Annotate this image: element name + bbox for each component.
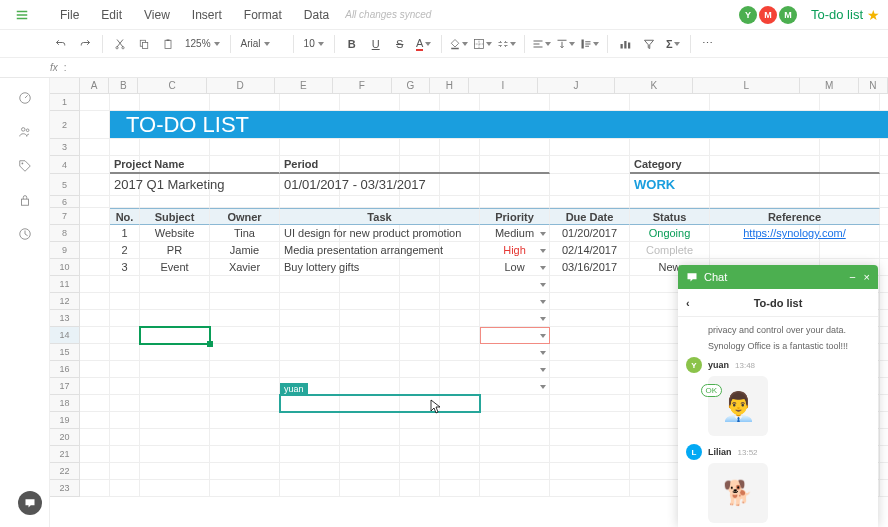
cell[interactable] xyxy=(480,139,550,156)
cell[interactable] xyxy=(80,344,110,361)
cell[interactable] xyxy=(210,293,280,310)
cell[interactable] xyxy=(110,344,140,361)
cell[interactable] xyxy=(550,429,630,446)
row-header[interactable]: 8 xyxy=(50,225,80,242)
cell[interactable] xyxy=(400,446,440,463)
cell[interactable] xyxy=(210,463,280,480)
cell[interactable] xyxy=(820,196,880,208)
cell[interactable] xyxy=(550,446,630,463)
cell[interactable] xyxy=(630,139,710,156)
cell-due[interactable]: 02/14/2017 xyxy=(550,242,630,259)
cell[interactable] xyxy=(400,139,440,156)
cell-task[interactable]: UI design for new product promotion xyxy=(280,225,480,242)
cell[interactable] xyxy=(80,225,110,242)
cell[interactable] xyxy=(140,276,210,293)
cell[interactable] xyxy=(550,94,630,111)
cell[interactable] xyxy=(440,139,480,156)
cell[interactable] xyxy=(400,463,440,480)
copy-button[interactable] xyxy=(133,33,155,55)
cell[interactable] xyxy=(400,429,440,446)
cell[interactable] xyxy=(110,395,140,412)
cell[interactable] xyxy=(440,361,480,378)
cell[interactable] xyxy=(400,276,440,293)
lock-icon[interactable] xyxy=(15,190,35,210)
cell[interactable] xyxy=(550,310,630,327)
cell-status[interactable]: Ongoing xyxy=(630,225,710,242)
cell[interactable] xyxy=(280,344,340,361)
font-size-select[interactable]: 10 xyxy=(300,34,328,54)
cell[interactable] xyxy=(550,378,630,395)
more-button[interactable]: ⋯ xyxy=(697,33,719,55)
chevron-down-icon[interactable] xyxy=(540,249,546,253)
cell[interactable] xyxy=(80,327,110,344)
cell[interactable] xyxy=(80,378,110,395)
cell[interactable] xyxy=(140,293,210,310)
table-header[interactable]: Due Date xyxy=(550,208,630,225)
cell[interactable] xyxy=(550,293,630,310)
cell[interactable] xyxy=(340,480,400,497)
row-header[interactable]: 21 xyxy=(50,446,80,463)
cell[interactable] xyxy=(280,196,340,208)
cell[interactable] xyxy=(440,412,480,429)
cell[interactable] xyxy=(80,196,110,208)
cell[interactable] xyxy=(480,196,550,208)
banner-title[interactable]: TO-DO LIST xyxy=(110,111,888,139)
chevron-down-icon[interactable] xyxy=(540,368,546,372)
row-header[interactable]: 6 xyxy=(50,196,80,208)
undo-button[interactable] xyxy=(50,33,72,55)
zoom-select[interactable]: 125% xyxy=(181,34,224,54)
cell[interactable] xyxy=(140,480,210,497)
cell[interactable] xyxy=(710,242,820,259)
col-header[interactable]: I xyxy=(469,78,537,94)
cell[interactable] xyxy=(110,139,140,156)
bold-button[interactable]: B xyxy=(341,33,363,55)
col-header[interactable]: D xyxy=(207,78,275,94)
cell[interactable] xyxy=(480,395,550,412)
cell[interactable] xyxy=(880,225,888,242)
cell[interactable] xyxy=(280,139,340,156)
cell[interactable] xyxy=(400,310,440,327)
table-header[interactable]: Reference xyxy=(710,208,880,225)
cell[interactable] xyxy=(110,327,140,344)
cell[interactable] xyxy=(110,310,140,327)
cell-owner[interactable]: Jamie xyxy=(210,242,280,259)
row-header[interactable]: 23 xyxy=(50,480,80,497)
cell[interactable] xyxy=(480,94,550,111)
chevron-down-icon[interactable] xyxy=(540,266,546,270)
menu-data[interactable]: Data xyxy=(294,4,339,26)
col-header[interactable]: F xyxy=(333,78,391,94)
row-header[interactable]: 20 xyxy=(50,429,80,446)
cell[interactable] xyxy=(440,344,480,361)
cell[interactable] xyxy=(440,196,480,208)
cell[interactable] xyxy=(550,395,630,412)
hamburger-menu[interactable] xyxy=(8,1,36,29)
cell-subject[interactable]: PR xyxy=(140,242,210,259)
cell[interactable] xyxy=(280,412,340,429)
cell-reference[interactable]: https://synology.com/ xyxy=(710,225,880,242)
chevron-down-icon[interactable] xyxy=(540,351,546,355)
cell[interactable] xyxy=(110,446,140,463)
cell[interactable] xyxy=(440,94,480,111)
cell[interactable] xyxy=(210,344,280,361)
speedometer-icon[interactable] xyxy=(15,88,35,108)
col-header[interactable]: L xyxy=(693,78,800,94)
cell[interactable] xyxy=(140,196,210,208)
cell[interactable] xyxy=(140,429,210,446)
cell[interactable] xyxy=(480,429,550,446)
chat-header[interactable]: Chat − × xyxy=(678,265,878,289)
cell[interactable] xyxy=(820,242,880,259)
cell[interactable] xyxy=(550,139,630,156)
cell[interactable] xyxy=(880,344,888,361)
cell-task[interactable]: Buy lottery gifts xyxy=(280,259,480,276)
cell[interactable] xyxy=(400,196,440,208)
font-family-select[interactable]: Arial xyxy=(237,34,287,54)
cell-owner[interactable]: Tina xyxy=(210,225,280,242)
cell[interactable] xyxy=(480,463,550,480)
row-header[interactable]: 12 xyxy=(50,293,80,310)
cell[interactable] xyxy=(880,156,888,174)
cell[interactable] xyxy=(340,293,400,310)
cell[interactable] xyxy=(880,463,888,480)
cell[interactable] xyxy=(550,412,630,429)
underline-button[interactable]: U xyxy=(365,33,387,55)
cell[interactable] xyxy=(80,412,110,429)
